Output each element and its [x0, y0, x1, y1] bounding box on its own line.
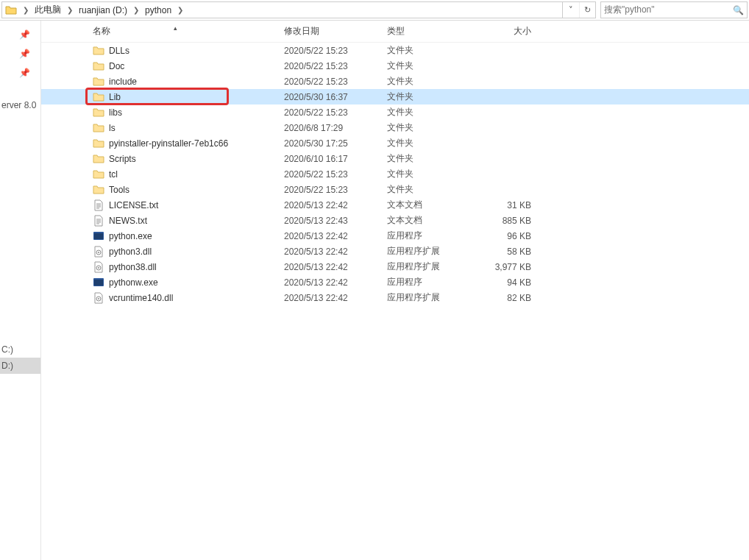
chevron-right-icon[interactable]: ❯: [130, 6, 142, 14]
dll-icon: [93, 261, 104, 273]
pin-icon[interactable]: 📌: [0, 44, 40, 63]
breadcrumb-item[interactable]: ruanjian (D:): [76, 2, 130, 18]
file-row[interactable]: python3.dll2020/5/13 22:42应用程序扩展58 KB: [41, 244, 749, 259]
file-row[interactable]: Doc2020/5/22 15:23文件夹: [41, 58, 749, 74]
pin-icon[interactable]: 📌: [0, 25, 40, 44]
file-row[interactable]: vcruntime140.dll2020/5/13 22:42应用程序扩展82 …: [41, 290, 749, 305]
folder-icon: [93, 184, 104, 196]
breadcrumb-item[interactable]: python: [142, 2, 174, 18]
file-row[interactable]: Scripts2020/6/10 16:17文件夹: [41, 151, 749, 166]
file-row[interactable]: DLLs2020/5/22 15:23文件夹: [41, 43, 749, 58]
file-date: 2020/6/10 16:17: [284, 154, 387, 164]
file-row[interactable]: pyinstaller-pyinstaller-7eb1c662020/5/30…: [41, 135, 749, 151]
file-name: tcl: [109, 169, 284, 180]
file-name: pythonw.exe: [109, 277, 284, 288]
file-date: 2020/5/30 16:37: [284, 92, 387, 102]
chevron-down-icon: ˅: [569, 5, 573, 15]
file-type: 文本文档: [387, 199, 478, 211]
file-row[interactable]: tcl2020/5/22 15:23文件夹: [41, 166, 749, 182]
file-size: 94 KB: [478, 277, 531, 288]
file-type: 文件夹: [387, 121, 478, 134]
folder-icon: [93, 169, 104, 180]
file-type: 文件夹: [387, 75, 478, 88]
file-row[interactable]: python.exe2020/5/13 22:42应用程序96 KB: [41, 228, 749, 244]
col-header-name[interactable]: 名称 ▴: [93, 25, 284, 38]
folder-icon: [93, 45, 104, 57]
file-name: NEWS.txt: [109, 216, 284, 226]
refresh-button[interactable]: ↻: [579, 2, 595, 18]
dropdown-button[interactable]: ˅: [563, 2, 579, 18]
svg-rect-1: [94, 233, 103, 239]
dll-icon: [93, 246, 104, 258]
exe-icon: [93, 277, 104, 288]
file-name: python.exe: [109, 231, 284, 241]
file-type: 应用程序扩展: [387, 291, 478, 304]
file-row[interactable]: LICENSE.txt2020/5/13 22:42文本文档31 KB: [41, 197, 749, 213]
file-row[interactable]: Tools2020/5/22 15:23文件夹: [41, 182, 749, 197]
file-row[interactable]: python38.dll2020/5/13 22:42应用程序扩展3,977 K…: [41, 259, 749, 274]
col-header-date[interactable]: 修改日期: [284, 25, 387, 38]
chevron-right-icon[interactable]: ❯: [20, 6, 32, 14]
file-row[interactable]: NEWS.txt2020/5/13 22:43文本文档885 KB: [41, 213, 749, 228]
file-date: 2020/5/13 22:42: [284, 247, 387, 257]
svg-point-5: [98, 267, 99, 269]
file-list-pane: 名称 ▴ 修改日期 类型 大小 DLLs2020/5/22 15:23文件夹Do…: [41, 21, 749, 560]
file-name: Tools: [109, 185, 284, 195]
file-row[interactable]: Lib2020/5/30 16:37文件夹: [41, 89, 749, 104]
col-header-size[interactable]: 大小: [478, 25, 531, 38]
file-row[interactable]: libs2020/5/22 15:23文件夹: [41, 104, 749, 120]
chevron-right-icon[interactable]: ❯: [64, 6, 76, 14]
file-date: 2020/6/8 17:29: [284, 123, 387, 133]
file-date: 2020/5/22 15:23: [284, 107, 387, 118]
file-type: 应用程序扩展: [387, 260, 478, 273]
search-input[interactable]: 搜索"python" 🔍: [600, 1, 748, 18]
col-header-name-label: 名称: [93, 26, 110, 36]
file-date: 2020/5/22 15:23: [284, 61, 387, 71]
file-date: 2020/5/22 15:23: [284, 185, 387, 195]
file-name: pyinstaller-pyinstaller-7eb1c66: [109, 138, 284, 149]
breadcrumb[interactable]: ❯ 此电脑 ❯ ruanjian (D:) ❯ python ❯: [1, 1, 563, 18]
file-type: 文件夹: [387, 152, 478, 165]
nav-item-drive-c[interactable]: C:): [0, 341, 40, 358]
folder-icon: [93, 60, 104, 72]
file-date: 2020/5/22 15:23: [284, 77, 387, 87]
file-type: 应用程序: [387, 230, 478, 242]
exe-icon: [93, 230, 104, 242]
file-size: 96 KB: [478, 231, 531, 241]
search-icon: 🔍: [733, 5, 744, 15]
folder-icon: [93, 91, 104, 103]
breadcrumb-item[interactable]: 此电脑: [32, 2, 64, 18]
folder-icon: [93, 107, 104, 118]
file-type: 文件夹: [387, 183, 478, 196]
folder-icon: [93, 153, 104, 165]
address-bar: ❯ 此电脑 ❯ ruanjian (D:) ❯ python ❯ ˅ ↻ 搜索"…: [0, 0, 749, 21]
pin-icon[interactable]: 📌: [0, 63, 40, 82]
folder-icon: [5, 4, 17, 16]
nav-pane: 📌 📌 📌 erver 8.0 C:) D:): [0, 21, 41, 560]
file-date: 2020/5/13 22:42: [284, 277, 387, 288]
col-header-type[interactable]: 类型: [387, 25, 478, 38]
nav-item-drive-d[interactable]: D:): [0, 358, 40, 374]
file-type: 文件夹: [387, 44, 478, 57]
chevron-right-icon[interactable]: ❯: [174, 6, 186, 14]
file-type: 文本文档: [387, 214, 478, 227]
file-rows: DLLs2020/5/22 15:23文件夹Doc2020/5/22 15:23…: [41, 43, 749, 305]
search-placeholder: 搜索"python": [604, 4, 655, 16]
file-row[interactable]: ls2020/6/8 17:29文件夹: [41, 120, 749, 135]
file-row[interactable]: include2020/5/22 15:23文件夹: [41, 74, 749, 89]
file-icon: [93, 215, 104, 227]
file-date: 2020/5/13 22:43: [284, 216, 387, 226]
folder-icon: [93, 122, 104, 134]
file-name: Doc: [109, 61, 284, 71]
nav-item-server[interactable]: erver 8.0: [0, 97, 40, 113]
file-name: python3.dll: [109, 247, 284, 257]
file-size: 885 KB: [478, 216, 531, 226]
file-type: 文件夹: [387, 168, 478, 180]
file-name: LICENSE.txt: [109, 200, 284, 210]
file-name: DLLs: [109, 46, 284, 56]
file-date: 2020/5/22 15:23: [284, 46, 387, 56]
file-type: 文件夹: [387, 60, 478, 72]
file-name: libs: [109, 107, 284, 118]
file-row[interactable]: pythonw.exe2020/5/13 22:42应用程序94 KB: [41, 274, 749, 290]
file-date: 2020/5/30 17:25: [284, 138, 387, 149]
